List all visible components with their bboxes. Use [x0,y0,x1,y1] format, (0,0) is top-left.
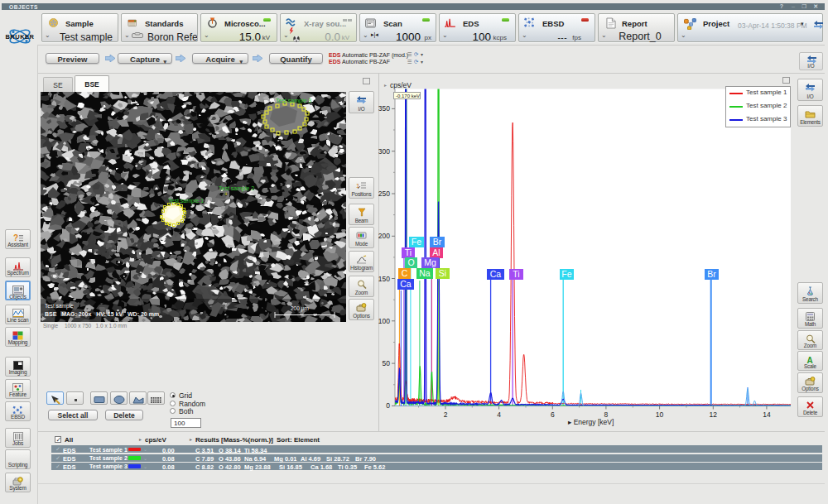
svg-text:6: 6 [551,410,555,419]
svg-text:Test sample 3: Test sample 3 [276,98,311,104]
svg-text:150: 150 [378,275,390,283]
svg-text:Na: Na [419,268,431,278]
svg-text:Al: Al [432,247,440,257]
svg-text:Mg: Mg [424,257,436,267]
svg-text:C: C [402,268,408,278]
svg-text:Ti: Ti [405,247,412,257]
svg-text:350: 350 [378,104,390,113]
svg-text:BSE MAG: 200x HV: 15 kV: BSE MAG: 200x HV: 15 kV WD: 20 mm [45,311,159,317]
svg-text:Test sample 1: Test sample 1 [168,198,204,204]
svg-text:▸ Energy [keV]: ▸ Energy [keV] [568,418,614,426]
svg-text:10: 10 [656,410,664,419]
svg-text:Ca: Ca [490,269,502,279]
svg-text:Si: Si [439,268,446,278]
svg-text:2: 2 [444,410,448,419]
svg-text:4: 4 [497,410,501,419]
svg-text:+: + [224,191,228,197]
svg-text:12: 12 [710,410,718,419]
svg-text:BRUKER: BRUKER [5,33,34,41]
svg-text:300: 300 [378,147,390,156]
svg-text:250: 250 [378,190,390,198]
svg-text:8: 8 [604,410,609,419]
svg-text:14: 14 [763,410,771,419]
svg-text:100: 100 [378,317,390,325]
svg-text:200: 200 [378,232,390,240]
svg-text:200 µm: 200 µm [291,305,309,312]
svg-text:O: O [407,257,414,267]
svg-text:Test sample: Test sample [45,303,74,310]
svg-text:Fe: Fe [561,269,571,279]
svg-text:Ti: Ti [513,269,519,279]
svg-text:Br: Br [707,269,716,279]
svg-text:0: 0 [386,401,390,410]
svg-text:Br: Br [433,237,442,247]
svg-text:Ca: Ca [400,279,412,289]
svg-text:Fe: Fe [412,237,421,247]
svg-text:50: 50 [383,359,391,367]
